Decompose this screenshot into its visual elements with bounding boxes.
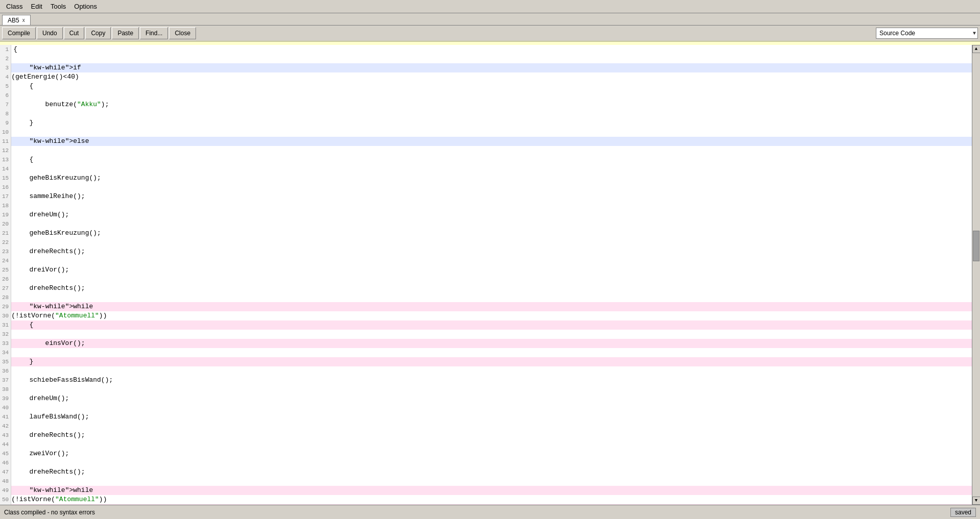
editor-container: 1234567891011121314151617181920212223242… [0, 42, 980, 505]
tab-ab5[interactable]: AB5 x [2, 15, 31, 25]
code-line: dreheUm(); [11, 394, 972, 403]
code-line: dreheRechts(); [11, 247, 972, 256]
source-code-select[interactable]: Source Code [876, 28, 978, 39]
right-scrollbar[interactable]: ▲ ▼ [972, 45, 980, 505]
code-line: benutze("Akku"); [11, 100, 972, 109]
source-code-dropdown-wrapper: Source Code ▼ [876, 28, 978, 39]
status-message: Class compiled - no syntax errors [4, 509, 95, 516]
code-line: laufeBisWand(); [11, 412, 972, 422]
code-line: dreiVor(); [11, 265, 972, 275]
code-area: 1234567891011121314151617181920212223242… [0, 45, 980, 505]
code-line: } [11, 118, 972, 128]
toolbar: Compile Undo Cut Copy Paste Find... Clos… [0, 26, 980, 42]
code-pre: { "kw-while">if(getEnergie()<40) { benut… [11, 45, 972, 505]
code-line: zweiVor(); [11, 449, 972, 458]
tab-bar: AB5 x [0, 13, 980, 26]
code-line: sammelReihe(); [11, 192, 972, 201]
menu-bar: Class Edit Tools Options [0, 0, 980, 13]
code-line: dreheRechts(); [11, 431, 972, 440]
menu-options[interactable]: Options [70, 2, 101, 11]
menu-edit[interactable]: Edit [27, 2, 46, 11]
scroll-track[interactable] [972, 53, 980, 497]
find-button[interactable]: Find... [140, 27, 168, 39]
tab-label: AB5 [8, 17, 19, 24]
code-line: geheBisKreuzung(); [11, 174, 972, 183]
code-line: dreheRechts(); [11, 467, 972, 477]
code-line: } [11, 357, 972, 366]
code-line: "kw-while">while [11, 486, 972, 495]
code-line: { [11, 82, 972, 91]
undo-button[interactable]: Undo [37, 27, 63, 39]
code-line: einsVor(); [11, 339, 972, 348]
close-button[interactable]: Close [169, 27, 196, 39]
code-line: { [11, 504, 972, 505]
code-line: dreheRechts(); [11, 284, 972, 293]
code-line: { [11, 320, 972, 330]
status-saved: saved [950, 508, 976, 517]
code-line: dreheUm(); [11, 210, 972, 219]
line-numbers: 1234567891011121314151617181920212223242… [0, 45, 11, 505]
compile-button[interactable]: Compile [2, 27, 36, 39]
scroll-down-arrow[interactable]: ▼ [972, 497, 981, 505]
code-line: "kw-while">while [11, 302, 972, 311]
code-line: schiebeFassBisWand(); [11, 376, 972, 385]
code-line: { [11, 45, 972, 54]
menu-class[interactable]: Class [2, 2, 27, 11]
source-dropdown: Source Code ▼ [876, 28, 978, 39]
code-content[interactable]: { "kw-while">if(getEnergie()<40) { benut… [11, 45, 972, 505]
cut-button[interactable]: Cut [64, 27, 85, 39]
code-line: geheBisKreuzung(); [11, 229, 972, 238]
code-line: { [11, 155, 972, 164]
scroll-thumb[interactable] [973, 231, 979, 261]
code-line: "kw-while">if [11, 63, 972, 72]
paste-button[interactable]: Paste [112, 27, 139, 39]
status-bar: Class compiled - no syntax errors saved [0, 505, 980, 519]
tab-close-icon[interactable]: x [22, 17, 25, 23]
copy-button[interactable]: Copy [85, 27, 111, 39]
scroll-up-arrow[interactable]: ▲ [972, 45, 981, 53]
menu-tools[interactable]: Tools [46, 2, 70, 11]
code-line: "kw-while">else [11, 137, 972, 146]
